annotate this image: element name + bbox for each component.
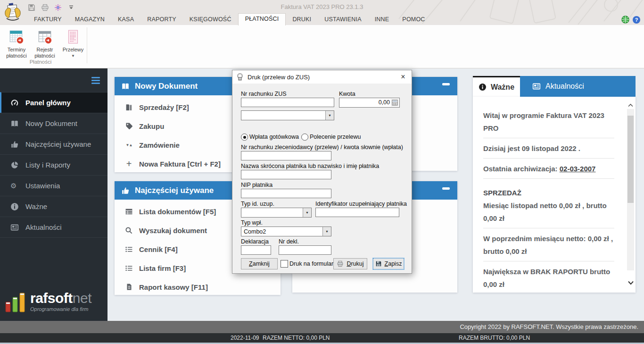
rafsoft-logo[interactable]: rafsoftnet Oprogramowanie dla firm [5,291,91,314]
book-icon [121,82,130,91]
nip-platnika-input[interactable] [241,189,331,198]
sidebar-item-panel-glowny[interactable]: Panel główny [0,92,107,113]
close-icon[interactable]: × [395,70,412,84]
item-label: Zamówienie [139,141,180,149]
welcome-text: Witaj w programie Faktura VAT 2023 PRO [483,109,614,134]
ribbon: Terminy płatności Rejestr płatności [0,25,644,68]
tab-kasa[interactable]: KASA [111,14,140,25]
tab-faktury[interactable]: FAKTURY [27,14,68,25]
chevron-down-icon[interactable]: ▼ [303,208,311,217]
item-raport-kasowy[interactable]: Raport kasowy [F11] [115,277,281,296]
item-label: Cennik [F4] [139,245,178,253]
druk-na-formularzu-label: Druk na formularzu [289,260,339,267]
print-roll-icon [236,73,244,81]
dialog-title-bar[interactable]: Druk (przelew do ZUS) × [232,70,412,84]
minimize-button[interactable] [442,187,450,190]
calculator-icon[interactable] [391,99,399,107]
hamburger-menu-icon[interactable] [91,77,100,85]
kwota-input[interactable]: 0,00 [339,98,400,108]
minimize-button[interactable] [442,83,450,85]
typ-id-uzup-label: Typ id. uzup. [241,201,274,207]
identyfikator-input[interactable] [315,208,399,217]
deklaracja-input[interactable] [241,245,271,255]
tab-aktualnosci[interactable]: Aktualności [520,76,636,97]
sidebar-item-label: Najczęściej używane [25,140,91,148]
tab-druki[interactable]: DRUKI [286,14,318,25]
chevron-down-icon[interactable]: ▼ [325,111,334,120]
typ-wpl-combobox[interactable]: Combo2 ▼ [241,227,331,236]
sidebar-item-nowy-dokument[interactable]: Nowy Dokument [0,113,107,134]
sidebar-item-aktualnosci[interactable]: Aktualności [0,217,107,238]
nr-zleceniodawcy-input[interactable] [241,151,331,160]
radio-polecenie-przelewu[interactable] [301,134,308,141]
sidebar-item-label: Ustawienia [25,182,60,190]
ribbon-group-label: Płatności [12,59,69,65]
month-sales-text: Miesiąc listopad netto 0,00 zł , brutto … [483,199,614,225]
radio-wplata-gotowkowa[interactable] [241,134,248,141]
nr-dekl-label: Nr dekl. [279,238,299,245]
calendar-payments-icon [8,29,25,45]
tab-platnosci[interactable]: PŁATNOŚCI [238,13,286,25]
tag-icon [125,122,133,130]
nr-rachunku-zus-label: Nr rachunku ZUS [241,91,287,97]
sidebar-item-ustawienia[interactable]: ⚙ Ustawienia [0,175,107,196]
tab-ustawienia[interactable]: USTAWIENIA [318,14,368,25]
archive-date-link[interactable]: 02-03-2007 [560,165,596,173]
tab-inne[interactable]: INNE [368,14,396,25]
typ-id-uzup-combobox[interactable]: ▼ [241,208,312,218]
przelewy-button[interactable]: Przelewy ▼ [60,27,86,59]
zamknij-button[interactable]: Zamknij [241,258,278,269]
nazwa-platnika-input[interactable] [241,170,331,179]
zus-account-combobox[interactable]: ▼ [241,110,334,120]
chevron-down-icon[interactable]: ▼ [322,227,331,236]
scrollbar[interactable] [627,101,634,286]
rejestr-platnosci-button[interactable]: Rejestr płatności [32,27,58,59]
prev-month-sales-text: W poprzednim miesiącu netto: 0,00 zł , b… [483,232,614,258]
sidebar-item-label: Listy i Raporty [25,161,70,169]
item-label: Raport kasowy [F11] [139,283,208,291]
help-icon[interactable]: ? [633,16,640,24]
sidebar-menu: Panel główny Nowy Dokument Najczęściej u… [0,92,107,238]
status-brutto: RAZEM BRUTTO: 0,00 PLN [459,333,530,343]
info-icon [10,202,19,211]
tab-magazyn[interactable]: MAGAZYN [68,14,111,25]
item-label: Lista dokumentów [F5] [139,208,216,216]
nip-platnika-label: NIP płatnika [241,182,272,188]
sidebar-item-label: Ważne [25,202,47,210]
terminy-platnosci-button[interactable]: Terminy płatności [4,27,29,59]
pie-chart-icon [10,161,19,169]
nr-rachunku-zus-input[interactable] [241,98,334,107]
sidebar-item-label: Nowy Dokument [25,119,77,127]
item-label: Zakupu [139,122,164,130]
scrollbar-thumb[interactable] [627,116,634,203]
tab-pomoc[interactable]: POMOC [396,14,431,25]
zapisz-button[interactable]: Zapisz [373,258,404,269]
typ-wpl-label: Typ wpł. [241,219,263,226]
dialog-druk-przelew-zus: Druk (przelew do ZUS) × Nr rachunku ZUS … [232,70,412,274]
status-bar: 2022-11-09 RAZEM NETTO: 0,00 PLN RAZEM B… [0,333,644,343]
scroll-up-icon[interactable] [627,101,634,109]
item-label: Sprzedaży [F2] [139,103,189,111]
druk-na-formularzu-checkbox[interactable] [281,260,288,268]
newspaper-icon [10,223,19,232]
status-netto: RAZEM NETTO: 0,00 PLN [263,333,330,343]
scroll-down-icon[interactable] [627,279,634,286]
logo-tagline: Oprogramowanie dla firm [30,306,91,312]
copyright-text: Copyright 2022 by RAFSOFT.NET. Wszystkie… [460,323,638,330]
dashboard-icon [10,99,19,107]
globe-icon[interactable] [621,16,629,24]
sidebar-item-wazne[interactable]: Ważne [0,196,107,217]
tab-raporty[interactable]: RAPORTY [140,14,183,25]
radio-przelew-label: Polecenie przelewu [310,134,361,140]
sidebar-item-listy-i-raporty[interactable]: Listy i Raporty [0,154,107,175]
title-bar: Faktura VAT 2023 PRO 23.1.3 FAKTURY MAGA… [0,0,644,25]
list-icon [125,245,133,253]
nazwa-platnika-label: Nazwa skrócona płatnika lub nazwisko i i… [241,163,379,169]
nr-dekl-input[interactable] [279,245,331,255]
deklaracja-label: Deklaracja [241,238,269,245]
tab-wazne[interactable]: Ważne [473,76,520,97]
sidebar-item-najczesciej-uzywane[interactable]: Najczęściej używane [0,134,107,154]
today-text: Dzisiaj jest 09 listopad 2022 . [483,142,614,155]
tab-ksiegowosc[interactable]: KSIĘGOWOŚĆ [183,14,238,25]
drukuj-button[interactable]: Drukuj [333,258,367,269]
